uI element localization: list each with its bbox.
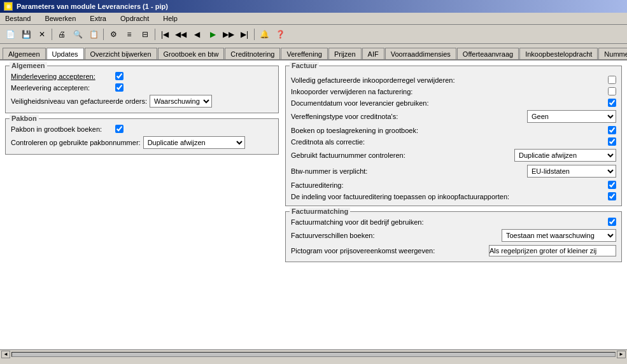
toeslagrekening-control [602, 126, 616, 134]
pakbon-group-title: Pakbon [10, 115, 39, 122]
meerlevering-checkbox[interactable] [115, 83, 123, 92]
print-button[interactable]: 🖨 [54, 27, 69, 41]
tab-prijzen[interactable]: Prijzen [328, 48, 362, 60]
meerlevering-label: Meerlevering accepteren: [11, 84, 113, 92]
help-button[interactable]: ❓ [272, 27, 288, 41]
menu-help[interactable]: Help [160, 14, 180, 23]
minderlevering-checkbox[interactable] [115, 72, 123, 80]
creditnota-row: Creditnota als correctie: [291, 137, 616, 146]
toeslagrekening-row: Boeken op toeslagrekening in grootboek: [291, 126, 616, 134]
verschillen-label: Factuurverschillen boeken: [291, 232, 499, 239]
prev-all-button[interactable]: ◀◀ [173, 27, 188, 41]
algemeen-group: Algemeen Minderlevering accepteren: Meer… [5, 66, 279, 113]
factuurmatching-group: Factuurmatching Factuurmatching voor dit… [285, 211, 622, 262]
matching-gebruik-label: Factuurmatching voor dit bedrijf gebruik… [291, 218, 600, 226]
indeling-label: De indeling voor factuureditering toepas… [291, 193, 600, 200]
tab-algemeen[interactable]: Algemeen [3, 48, 46, 60]
meerlevering-row: Meerlevering accepteren: [11, 83, 273, 92]
toeslagrekening-label: Boeken op toeslagrekening in grootboek: [291, 127, 600, 134]
matching-gebruik-checkbox[interactable] [608, 218, 616, 226]
tab-vereffening[interactable]: Vereffening [281, 48, 327, 60]
factuurmatching-title: Factuurmatching [290, 207, 350, 215]
scroll-right-button[interactable]: ► [617, 351, 626, 358]
pictogram-label: Pictogram voor prijsovereenkomst weergev… [291, 247, 486, 255]
vereffeningstype-select[interactable]: Geen Automatisch Handmatig [527, 110, 616, 123]
factuurnummer-select[interactable]: Duplicatie afwijzen Toestaan Waarschuwin… [514, 149, 616, 162]
title-text: Parameters van module Leveranciers (1 - … [17, 3, 168, 10]
sep4 [254, 29, 255, 40]
creditnota-label: Creditnota als correctie: [291, 138, 600, 146]
copy-button[interactable]: 📋 [86, 27, 101, 41]
tabs-bar: Algemeen Updates Overzicht bijwerken Gro… [0, 44, 627, 60]
minderlevering-control [115, 72, 273, 80]
search-button[interactable]: 🔍 [70, 27, 85, 41]
new-button[interactable]: 📄 [3, 27, 18, 41]
tab-nummer[interactable]: Nummerreeksen [598, 48, 627, 60]
pictogram-input[interactable] [489, 245, 616, 256]
indeling-checkbox[interactable] [608, 192, 616, 200]
prev-button[interactable]: ◀ [189, 27, 204, 41]
factuur-group: Factuur Volledig gefactureerde inkoopord… [285, 66, 622, 206]
pakbon-grootboek-label: Pakbon in grootboek boeken: [11, 125, 113, 133]
volledig-checkbox[interactable] [608, 76, 616, 84]
minderlevering-row: Minderlevering accepteren: [11, 72, 273, 80]
save-button[interactable]: 💾 [18, 27, 34, 41]
volledig-row: Volledig gefactureerde inkooporderregel … [291, 76, 616, 84]
tab-creditnotering[interactable]: Creditnotering [225, 48, 280, 60]
documentdatum-checkbox[interactable] [608, 99, 616, 107]
pictogram-row: Pictogram voor prijsovereenkomst weergev… [291, 245, 616, 256]
tab-offerte[interactable]: Offerteaanvraag [457, 48, 519, 60]
factuureditering-checkbox[interactable] [608, 181, 616, 189]
sep2 [103, 29, 104, 40]
filter-button[interactable]: ⚙ [106, 27, 121, 41]
tab-updates[interactable]: Updates [46, 48, 84, 60]
factuureditering-row: Factuureditering: [291, 181, 616, 189]
menu-bar: Bestand Bewerken Extra Opdracht Help [0, 13, 627, 25]
toeslagrekening-checkbox[interactable] [608, 126, 616, 134]
matching-gebruik-control [602, 218, 616, 226]
sep3 [155, 29, 155, 40]
pakbonnummer-row: Controleren op gebruikte pakbonnummer: D… [11, 136, 273, 149]
menu-opdracht[interactable]: Opdracht [118, 14, 151, 23]
scroll-track[interactable] [11, 352, 616, 357]
delete-button[interactable]: ✕ [34, 27, 50, 41]
minderlevering-label: Minderlevering accepteren: [11, 73, 113, 80]
menu-bestand[interactable]: Bestand [3, 14, 33, 23]
filter3-button[interactable]: ⊟ [137, 27, 153, 41]
content-area: Algemeen Minderlevering accepteren: Meer… [0, 60, 627, 349]
tab-overzicht[interactable]: Overzicht bijwerken [85, 48, 157, 60]
creditnota-control [602, 137, 616, 146]
factuurnummer-control: Duplicatie afwijzen Toestaan Waarschuwin… [514, 149, 616, 162]
first-button[interactable]: |◀ [157, 27, 173, 41]
veiligheidsniveau-control: Waarschuwing Fout Geen [150, 95, 273, 108]
tab-grootboek[interactable]: Grootboek en btw [158, 48, 225, 60]
creditnota-checkbox[interactable] [608, 137, 616, 146]
indeling-row: De indeling voor factuureditering toepas… [291, 192, 616, 200]
pakbon-grootboek-checkbox[interactable] [115, 125, 123, 133]
bell-button[interactable]: 🔔 [257, 27, 272, 41]
verschillen-select[interactable]: Toestaan met waarschuwing Toestaan Niet … [502, 229, 616, 242]
next-all-button[interactable]: ▶▶ [221, 27, 236, 41]
scroll-left-button[interactable]: ◄ [1, 351, 10, 358]
inkooporder-verwijderen-row: Inkooporder verwijderen na facturering: [291, 87, 616, 95]
veiligheidsniveau-row: Veiligheidsniveau van gefactureerde orde… [11, 95, 273, 108]
factuur-group-title: Factuur [290, 62, 319, 69]
tab-aif[interactable]: AIF [362, 48, 384, 60]
pakbon-grootboek-row: Pakbon in grootboek boeken: [11, 125, 273, 133]
tab-inkoop[interactable]: Inkoopbestelopdracht [519, 48, 598, 60]
inkooporder-verwijderen-checkbox[interactable] [608, 87, 616, 95]
pakbonnummer-select[interactable]: Duplicatie afwijzen Toestaan Waarschuwin… [143, 136, 245, 149]
indeling-control [602, 192, 616, 200]
veiligheidsniveau-select[interactable]: Waarschuwing Fout Geen [150, 95, 212, 108]
tab-voorraad[interactable]: Voorraaddimensies [385, 48, 456, 60]
btwnummer-select[interactable]: EU-lidstaten Alle Geen [527, 165, 616, 178]
next-button[interactable]: ▶ [205, 27, 220, 41]
app-icon: ⊞ [4, 2, 13, 11]
volledig-control [602, 76, 616, 84]
filter2-button[interactable]: ≡ [122, 27, 137, 41]
right-panel: Factuur Volledig gefactureerde inkoopord… [285, 66, 622, 344]
veiligheidsniveau-label: Veiligheidsniveau van gefactureerde orde… [11, 97, 147, 105]
last-button[interactable]: ▶| [237, 27, 252, 41]
menu-bewerken[interactable]: Bewerken [42, 14, 78, 23]
menu-extra[interactable]: Extra [87, 14, 109, 23]
